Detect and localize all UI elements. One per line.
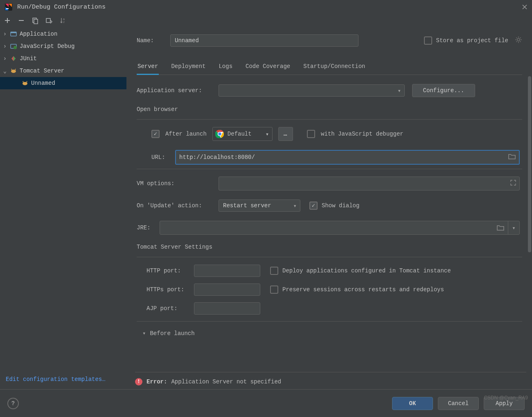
js-debug-icon xyxy=(10,43,17,50)
ajp-port-label: AJP port: xyxy=(147,305,194,312)
tree-item-js-debug[interactable]: › JavaScript Debug xyxy=(0,40,126,52)
http-port-input[interactable] xyxy=(194,265,260,277)
chevron-down-icon: ▾ xyxy=(266,131,269,138)
config-tree: › Application › JavaScript Debug › JUnit… xyxy=(0,27,126,372)
js-debugger-checkbox[interactable] xyxy=(307,130,315,138)
ajp-port-input[interactable] xyxy=(194,302,260,315)
chevron-down-icon: ▾ xyxy=(293,202,297,209)
store-as-project-label: Store as project file xyxy=(436,37,508,44)
copy-icon[interactable] xyxy=(31,16,39,25)
svg-rect-3 xyxy=(34,19,38,24)
url-input-wrap xyxy=(175,150,520,165)
app-server-select[interactable]: ▾ xyxy=(219,84,405,97)
on-update-label: On 'Update' action: xyxy=(137,202,219,209)
chrome-icon xyxy=(215,129,224,138)
cancel-button[interactable]: Cancel xyxy=(438,397,479,410)
dialog-button-bar: ? OK Cancel Apply xyxy=(0,389,532,417)
deploy-apps-label: Deploy applications configured in Tomcat… xyxy=(282,267,451,274)
https-port-label: HTTPs port: xyxy=(147,286,194,293)
url-label: URL: xyxy=(151,154,170,161)
expand-icon[interactable] xyxy=(510,180,516,187)
config-toolbar: az xyxy=(0,14,532,27)
preserve-sessions-label: Preserve sessions across restarts and re… xyxy=(282,286,444,293)
on-update-value: Restart server xyxy=(223,202,271,209)
sort-icon[interactable]: az xyxy=(59,16,67,25)
https-port-input[interactable] xyxy=(194,283,260,296)
remove-icon[interactable] xyxy=(17,16,25,25)
svg-point-12 xyxy=(517,39,520,41)
divider xyxy=(137,169,522,169)
tree-label: JavaScript Debug xyxy=(20,43,74,50)
name-label: Name: xyxy=(137,37,170,44)
svg-rect-1 xyxy=(6,8,9,9)
chevron-down-icon: ⌄ xyxy=(2,68,7,75)
tab-logs[interactable]: Logs xyxy=(218,59,233,75)
window-title: Run/Debug Configurations xyxy=(17,4,521,11)
after-launch-checkbox[interactable] xyxy=(151,130,160,138)
store-as-project-checkbox[interactable] xyxy=(424,36,432,45)
titlebar: Run/Debug Configurations xyxy=(0,0,532,14)
show-dialog-checkbox[interactable] xyxy=(309,202,318,210)
svg-point-9 xyxy=(14,46,17,49)
tree-item-unnamed[interactable]: Unnamed xyxy=(0,77,126,89)
error-message: Application Server not specified xyxy=(171,378,281,385)
chevron-right-icon: › xyxy=(2,31,7,37)
browser-select[interactable]: Default ▾ xyxy=(212,127,273,141)
svg-text:z: z xyxy=(63,20,65,24)
after-launch-label: After launch xyxy=(165,131,207,137)
chevron-right-icon: › xyxy=(2,55,7,62)
tomcat-settings-label: Tomcat Server Settings xyxy=(137,244,522,250)
folder-icon[interactable] xyxy=(508,154,516,161)
tree-item-junit[interactable]: › JUnit xyxy=(0,52,126,65)
svg-point-10 xyxy=(11,70,16,73)
folder-icon[interactable] xyxy=(493,221,508,234)
tree-item-application[interactable]: › Application xyxy=(0,28,126,40)
deploy-apps-checkbox[interactable] xyxy=(270,267,278,275)
chevron-down-icon[interactable]: ▾ xyxy=(142,330,146,337)
tab-startup[interactable]: Startup/Connection xyxy=(302,59,366,75)
tab-deployment[interactable]: Deployment xyxy=(170,59,206,75)
vm-options-input[interactable] xyxy=(219,177,520,190)
before-launch-label: Before launch xyxy=(150,330,194,337)
config-tree-panel: › Application › JavaScript Debug › JUnit… xyxy=(0,27,127,389)
svg-point-14 xyxy=(218,132,221,136)
svg-rect-7 xyxy=(11,32,16,33)
show-dialog-label: Show dialog xyxy=(322,202,359,209)
scrollbar-thumb[interactable] xyxy=(528,76,531,252)
add-icon[interactable] xyxy=(3,16,11,25)
vertical-scrollbar[interactable] xyxy=(527,76,532,338)
jre-label: JRE: xyxy=(137,224,160,231)
close-icon[interactable] xyxy=(521,4,528,10)
junit-icon xyxy=(10,55,17,62)
on-update-select[interactable]: Restart server ▾ xyxy=(219,199,300,212)
divider xyxy=(137,257,522,257)
ok-button[interactable]: OK xyxy=(392,397,433,410)
tomcat-icon xyxy=(21,79,29,87)
preserve-sessions-checkbox[interactable] xyxy=(270,286,278,294)
intellij-icon xyxy=(4,2,13,11)
tree-label: Application xyxy=(20,31,57,37)
tab-code-coverage[interactable]: Code Coverage xyxy=(245,59,291,75)
chevron-down-icon[interactable]: ▾ xyxy=(508,221,519,234)
edit-templates-link[interactable]: Edit configuration templates… xyxy=(0,372,126,389)
divider xyxy=(137,119,522,120)
url-input[interactable] xyxy=(179,151,508,164)
app-server-label: Application server: xyxy=(137,87,219,94)
configure-button[interactable]: Configure... xyxy=(412,84,475,97)
error-icon: ! xyxy=(135,378,142,385)
save-template-icon[interactable] xyxy=(45,16,53,25)
tree-item-tomcat[interactable]: ⌄ Tomcat Server xyxy=(0,65,126,77)
browser-select-value: Default xyxy=(228,131,252,137)
tab-server[interactable]: Server xyxy=(137,59,159,75)
js-debugger-label: with JavaScript debugger xyxy=(321,131,404,137)
help-button[interactable]: ? xyxy=(7,398,19,409)
gear-icon[interactable] xyxy=(515,36,522,45)
tree-label: Tomcat Server xyxy=(20,68,64,74)
config-tabs: Server Deployment Logs Code Coverage Sta… xyxy=(137,59,522,75)
browser-more-button[interactable]: … xyxy=(278,127,293,141)
jre-select[interactable]: ▾ xyxy=(160,221,520,235)
name-input[interactable] xyxy=(170,34,358,47)
vm-options-label: VM options: xyxy=(137,180,219,187)
watermark: CSDN @Cyan_RA9 xyxy=(484,395,528,401)
chevron-right-icon: › xyxy=(2,43,7,50)
